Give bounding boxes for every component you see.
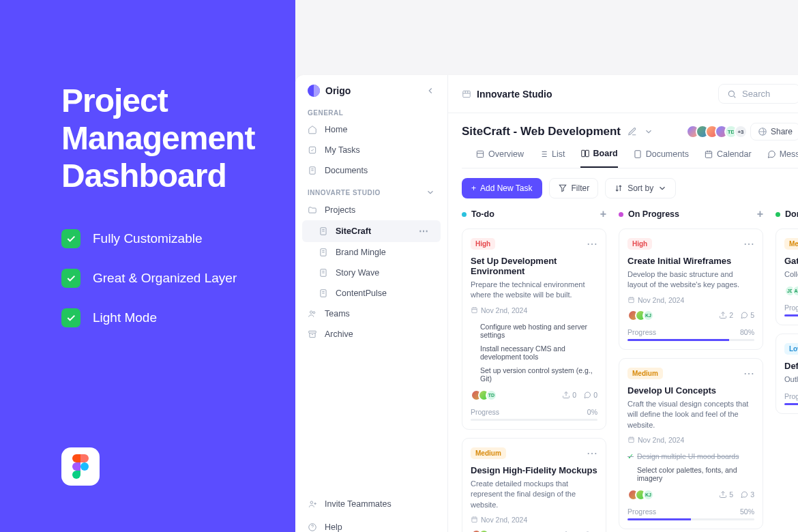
attachments-count[interactable]: 0: [562, 391, 576, 399]
attachments-count[interactable]: 5: [719, 490, 733, 499]
progress-label: Progress: [471, 408, 499, 416]
avatar-more[interactable]: +3: [734, 125, 748, 138]
progress-label: Progress: [627, 328, 656, 336]
subtask[interactable]: Set up version control system (e.g., Git…: [471, 364, 597, 385]
svg-rect-17: [585, 150, 589, 156]
logo-text: Origo: [325, 85, 351, 96]
subtask[interactable]: Design multiple UI mood boards: [627, 449, 754, 463]
task-card[interactable]: Medium⋯ Design High-Fidelity Mockups Cre…: [462, 438, 606, 532]
check-icon: [308, 145, 318, 155]
priority-badge: Medium: [784, 238, 798, 250]
sidebar-item-archive[interactable]: Archive: [295, 324, 447, 344]
svg-rect-15: [477, 151, 483, 157]
subtask[interactable]: Select color palettes, fonts, and imager…: [627, 463, 754, 485]
add-task-button[interactable]: +Add New Task: [462, 178, 542, 198]
sidebar-item-projects[interactable]: Projects: [295, 200, 447, 220]
tab-icon: [633, 149, 642, 159]
task-card[interactable]: Medium⋯ Develop UI Concepts Craft the vi…: [619, 358, 763, 529]
svg-rect-22: [629, 298, 634, 303]
svg-point-0: [80, 462, 89, 471]
app-logo[interactable]: Origo: [308, 85, 351, 97]
svg-rect-23: [629, 438, 634, 443]
task-title: Set Up Development Environment: [471, 256, 597, 276]
comments-count[interactable]: 0: [583, 391, 597, 399]
tab-calendar[interactable]: Calendar: [704, 149, 752, 168]
sidebar-item-teams[interactable]: Teams: [295, 304, 447, 324]
board-column-done: Done+ Medium⋯ Gather... Collect spec... …: [775, 208, 798, 525]
search-icon: [727, 89, 737, 99]
task-card[interactable]: High⋯ Set Up Development Environment Pre…: [462, 228, 606, 430]
task-desc: Outline timeline: [784, 374, 798, 385]
svg-rect-12: [463, 91, 471, 97]
chevron-down-icon[interactable]: [644, 127, 653, 136]
progress-label: Progress: [627, 507, 656, 516]
sidebar-item-label: SiteCraft: [336, 226, 371, 236]
task-card[interactable]: High⋯ Create Initial Wireframes Develop …: [619, 228, 763, 350]
sidebar-item-story-wave[interactable]: Story Wave: [295, 263, 447, 283]
edit-icon[interactable]: [627, 127, 637, 136]
sidebar-item-my-tasks[interactable]: My Tasks: [295, 140, 447, 160]
svg-point-8: [313, 312, 315, 314]
sidebar-item-documents[interactable]: Documents: [295, 160, 447, 181]
sidebar-item-label: Brand Mingle: [336, 248, 386, 257]
tab-list[interactable]: List: [539, 149, 565, 168]
share-button[interactable]: Share: [750, 123, 798, 141]
sidebar-item-invite-teammates[interactable]: Invite Teammates: [295, 492, 447, 516]
board-column-on-progress: On Progress+ High⋯ Create Initial Wirefr…: [619, 208, 763, 525]
tab-messages[interactable]: Messages: [767, 149, 798, 168]
sidebar-item-help[interactable]: Help: [295, 516, 447, 532]
more-icon[interactable]: ⋯: [743, 237, 754, 250]
column-title: To-do: [471, 209, 494, 219]
comments-count[interactable]: 3: [740, 490, 754, 499]
attachments-count[interactable]: 2: [719, 311, 733, 319]
more-icon[interactable]: ⋯: [587, 237, 597, 250]
more-icon[interactable]: ⋯: [743, 367, 754, 380]
plus-icon: +: [471, 183, 476, 193]
task-card[interactable]: Low⋯ Define... Outline timeline Progress…: [775, 334, 798, 413]
subtask[interactable]: Configure web hosting and server setting…: [471, 320, 597, 342]
tab-board[interactable]: Board: [580, 149, 618, 168]
column-dot: [619, 212, 623, 217]
task-card[interactable]: Medium⋯ Gather... Collect spec... JDARun…: [775, 228, 798, 325]
sort-icon: [614, 183, 623, 193]
more-icon[interactable]: ⋯: [587, 447, 597, 460]
task-desc: Collect spec...: [784, 269, 798, 280]
task-title: Create Initial Wireframes: [627, 256, 754, 266]
task-date: Nov 2nd, 2024: [627, 296, 754, 304]
share-icon: [758, 127, 767, 136]
svg-rect-21: [472, 518, 477, 522]
collapse-sidebar-icon[interactable]: [426, 86, 435, 95]
column-dot: [775, 212, 780, 217]
sidebar-item-home[interactable]: Home: [295, 119, 447, 140]
sort-label: Sort by: [627, 183, 653, 193]
sidebar-section-header: GENERAL: [295, 102, 447, 119]
sidebar-section-header[interactable]: INNOVARTE STUDIO: [295, 181, 447, 200]
filter-button[interactable]: Filter: [549, 178, 599, 198]
sidebar: Origo GENERALHomeMy TasksDocumentsINNOVA…: [295, 75, 448, 532]
tab-icon: [704, 149, 713, 159]
sidebar-item-contentpulse[interactable]: ContentPulse: [295, 283, 447, 304]
member-avatars[interactable]: TD +3: [686, 125, 748, 138]
tab-overview[interactable]: Overview: [475, 149, 524, 168]
svg-point-10: [310, 501, 313, 504]
add-card-icon[interactable]: +: [600, 208, 606, 220]
users-icon: [308, 309, 318, 319]
subtask[interactable]: Install necessary CMS and development to…: [471, 342, 597, 364]
home-icon: [308, 125, 318, 134]
promo-feature: Fully Customizable: [61, 229, 286, 248]
archive-icon: [308, 329, 318, 339]
sidebar-item-label: Documents: [325, 166, 368, 175]
more-icon[interactable]: ⋯: [419, 226, 428, 237]
sidebar-item-sitecraft[interactable]: SiteCraft⋯: [302, 220, 441, 242]
comments-count[interactable]: 5: [740, 311, 754, 319]
svg-point-7: [310, 311, 313, 314]
add-card-icon[interactable]: +: [757, 208, 763, 220]
search-input[interactable]: Search: [718, 84, 798, 104]
avatar: TD: [486, 389, 497, 401]
sort-button[interactable]: Sort by: [605, 178, 676, 198]
user-plus-icon: [308, 499, 318, 509]
tab-documents[interactable]: Documents: [633, 149, 689, 168]
figma-logo: [61, 447, 100, 486]
doc-icon: [319, 268, 329, 278]
sidebar-item-brand-mingle[interactable]: Brand Mingle: [295, 242, 447, 263]
